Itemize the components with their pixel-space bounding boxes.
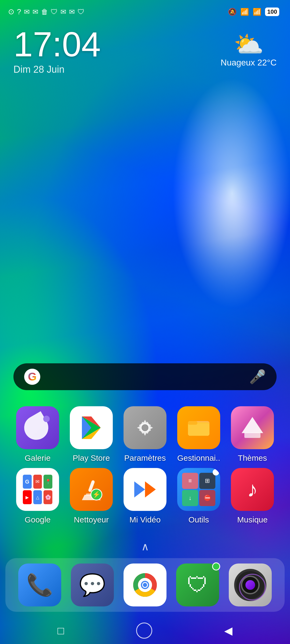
search-bar-container: G 🎤 bbox=[0, 363, 290, 390]
security-badge bbox=[212, 562, 220, 570]
svg-marker-16 bbox=[145, 481, 156, 497]
outils-icon-inner: ≡ ⊞ ↓ ⛔ bbox=[180, 471, 218, 508]
google-folder-label: Google bbox=[25, 515, 51, 524]
shield-icon: 🛡 bbox=[51, 8, 58, 15]
nav-back-button[interactable]: ◀ bbox=[224, 624, 233, 637]
themes-svg bbox=[239, 414, 266, 441]
svg-marker-10 bbox=[242, 417, 263, 433]
status-right-icons: 🔕 📶 📶 100 bbox=[228, 8, 279, 16]
themes-icon[interactable] bbox=[231, 406, 274, 449]
security-icon: 🛡 bbox=[187, 573, 208, 597]
app-gestionnaire[interactable]: Gestionnai.. bbox=[175, 406, 223, 463]
camera-icon-inner bbox=[234, 569, 266, 601]
dock-camera[interactable] bbox=[229, 564, 272, 606]
mail-icon: ✉ bbox=[24, 8, 30, 15]
mail2-icon: ✉ bbox=[32, 8, 38, 15]
google-folder-icon[interactable]: G ✉ 📍 ▶ △ 🌸 bbox=[16, 468, 59, 511]
musique-label: Musique bbox=[237, 515, 267, 524]
galerie-label: Galerie bbox=[25, 453, 51, 463]
outils-icon[interactable]: ≡ ⊞ ↓ ⛔ bbox=[177, 468, 220, 511]
gear-svg bbox=[132, 414, 158, 441]
delete-icon: 🗑 bbox=[41, 8, 48, 15]
music-note-icon: ♪ bbox=[247, 477, 258, 502]
app-row-1: Galerie Play Store bbox=[11, 406, 279, 463]
gf-google: G bbox=[23, 475, 32, 489]
app-parametres[interactable]: Paramètres bbox=[121, 406, 169, 463]
parametres-icon[interactable] bbox=[124, 406, 166, 449]
google-logo: G bbox=[24, 369, 40, 385]
app-row-2: G ✉ 📍 ▶ △ 🌸 Google bbox=[11, 468, 279, 524]
themes-label: Thèmes bbox=[238, 453, 267, 463]
galerie-icon[interactable] bbox=[16, 406, 59, 449]
chrome-svg bbox=[130, 570, 160, 600]
clock-widget: 17:04 Dim 28 Juin bbox=[13, 27, 101, 75]
question-icon: ? bbox=[17, 8, 21, 16]
mivideo-icon[interactable] bbox=[124, 468, 166, 511]
app-outils[interactable]: ≡ ⊞ ↓ ⛔ Outils bbox=[175, 468, 223, 524]
clock-time: 17:04 bbox=[13, 27, 101, 62]
shield2-icon: 🛡 bbox=[78, 8, 85, 15]
mail4-icon: ✉ bbox=[69, 8, 75, 15]
parametres-label: Paramètres bbox=[124, 453, 166, 463]
dock-messages[interactable]: 💬 bbox=[71, 564, 114, 606]
clock-date: Dim 28 Juin bbox=[13, 64, 101, 75]
app-drawer-arrow[interactable]: ∧ bbox=[0, 540, 290, 553]
nettoyeur-icon[interactable]: ⚡ bbox=[70, 468, 113, 511]
nettoyeur-icon-inner: ⚡ bbox=[79, 477, 103, 502]
app-themes[interactable]: Thèmes bbox=[228, 406, 277, 463]
messages-icon: 💬 bbox=[79, 572, 106, 598]
google-notification-badge bbox=[52, 468, 59, 475]
weather-description: Nuageux 22°C bbox=[221, 58, 277, 68]
weather-icon: ⛅ bbox=[234, 32, 264, 56]
phone-icon: 📞 bbox=[26, 572, 53, 598]
svg-marker-15 bbox=[134, 481, 145, 497]
dock-chrome[interactable] bbox=[124, 564, 166, 606]
playstore-svg bbox=[78, 414, 105, 441]
app-nettoyeur[interactable]: ⚡ Nettoyeur bbox=[67, 468, 115, 524]
weather-widget[interactable]: ⛅ Nuageux 22°C bbox=[221, 32, 277, 68]
app-playstore[interactable]: Play Store bbox=[67, 406, 115, 463]
google-search-bar[interactable]: G 🎤 bbox=[13, 363, 277, 390]
camera-highlight bbox=[239, 574, 266, 601]
battery-text: 100 bbox=[267, 8, 277, 15]
gf-maps: 📍 bbox=[44, 475, 52, 489]
playstore-label: Play Store bbox=[73, 453, 110, 463]
app-google-folder[interactable]: G ✉ 📍 ▶ △ 🌸 Google bbox=[13, 468, 62, 524]
app-musique[interactable]: ♪ Musique bbox=[228, 468, 277, 524]
nav-bar: □ ◀ bbox=[0, 617, 290, 644]
folder-svg bbox=[187, 416, 211, 440]
outils-label: Outils bbox=[189, 515, 209, 524]
gestionnaire-label: Gestionnai.. bbox=[177, 453, 220, 463]
nettoyeur-badge: ⚡ bbox=[90, 489, 102, 500]
app-mivideo[interactable]: Mi Vidéo bbox=[121, 468, 169, 524]
app-grid: Galerie Play Store bbox=[0, 406, 290, 530]
galerie-dot bbox=[43, 416, 50, 422]
battery-indicator: 100 bbox=[265, 8, 279, 16]
status-left-icons: ⊙ ? ✉ ✉ 🗑 🛡 ✉ ✉ 🛡 bbox=[8, 8, 85, 16]
ot-2: ⊞ bbox=[199, 473, 215, 489]
dock-security[interactable]: 🛡 bbox=[176, 564, 219, 606]
alarm-icon: ⊙ bbox=[8, 8, 14, 16]
ot-3: ↓ bbox=[182, 490, 198, 506]
dock: 📞 💬 bbox=[5, 558, 285, 612]
clock-weather-area: 17:04 Dim 28 Juin ⛅ Nuageux 22°C bbox=[0, 19, 290, 75]
nav-home-button[interactable] bbox=[136, 623, 152, 639]
outils-notification-badge bbox=[213, 469, 219, 475]
nettoyeur-label: Nettoyeur bbox=[74, 515, 109, 524]
mivideo-icon-inner bbox=[132, 479, 158, 500]
wifi-icon: 📶 bbox=[253, 8, 261, 16]
mivideo-label: Mi Vidéo bbox=[129, 515, 161, 524]
nav-recents-button[interactable]: □ bbox=[57, 625, 64, 637]
mic-icon[interactable]: 🎤 bbox=[249, 369, 266, 385]
gf-photos: 🌸 bbox=[44, 490, 52, 504]
signal-icon: 📶 bbox=[240, 8, 249, 16]
app-galerie[interactable]: Galerie bbox=[13, 406, 62, 463]
status-bar: ⊙ ? ✉ ✉ 🗑 🛡 ✉ ✉ 🛡 🔕 📶 📶 100 bbox=[0, 0, 290, 19]
musique-icon[interactable]: ♪ bbox=[231, 468, 274, 511]
gf-drive: △ bbox=[33, 490, 42, 504]
camera-outer-ring bbox=[234, 569, 266, 601]
svg-point-23 bbox=[143, 583, 147, 587]
playstore-icon[interactable] bbox=[70, 406, 113, 449]
gestionnaire-icon[interactable] bbox=[177, 406, 220, 449]
dock-phone[interactable]: 📞 bbox=[18, 564, 61, 606]
